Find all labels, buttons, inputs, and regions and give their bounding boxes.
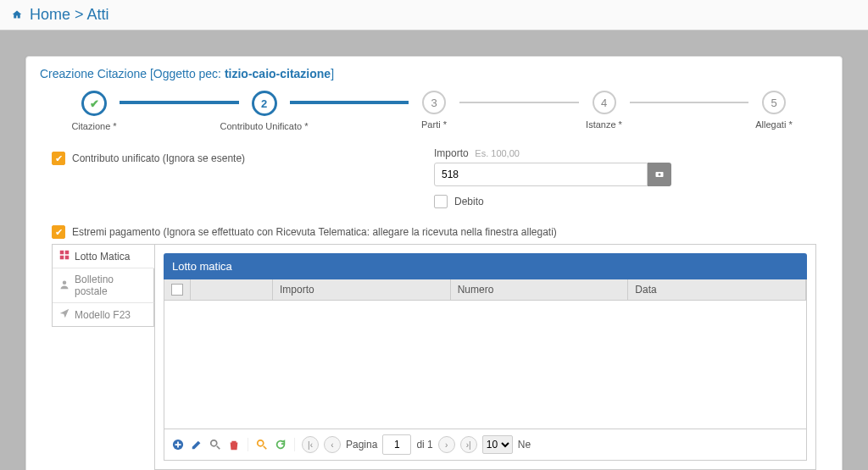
breadcrumb: Home > Atti	[0, 0, 868, 30]
pager-no-records: Ne	[518, 439, 531, 451]
estremi-label: Estremi pagamento (Ignora se effettuato …	[72, 226, 557, 238]
grid-col-importo[interactable]: Importo	[273, 279, 451, 300]
contributo-label: Contributo unificato (Ignora se esente)	[72, 152, 245, 164]
add-icon[interactable]	[171, 438, 185, 451]
grid-header: Importo Numero Data	[164, 279, 807, 301]
grid-select-all-checkbox[interactable]	[164, 279, 191, 300]
pager-first-button[interactable]: |‹	[302, 436, 319, 453]
svg-rect-4	[60, 256, 64, 260]
step-contributo[interactable]: 2 Contributo Unificato *	[239, 91, 290, 131]
edit-icon[interactable]	[190, 438, 203, 451]
pager-prev-button[interactable]: ‹	[324, 436, 341, 453]
svg-point-6	[63, 280, 67, 285]
svg-rect-3	[65, 251, 70, 255]
svg-rect-5	[65, 256, 70, 260]
vertical-tabs: Lotto Matica Bolletino postale Modello F…	[52, 244, 154, 327]
tab-label: Bolletino postale	[75, 274, 147, 297]
step-label: Allegati *	[755, 119, 792, 130]
breadcrumb-sep: >	[75, 6, 84, 23]
svg-rect-2	[60, 251, 64, 255]
main-card: Creazione Citazione [Oggetto pec: tizio-…	[25, 56, 843, 470]
grid-body	[164, 301, 807, 429]
tab-modello-f23[interactable]: Modello F23	[53, 303, 154, 326]
step-istanze[interactable]: 4 Istanze *	[579, 91, 630, 130]
breadcrumb-current-link[interactable]: Atti	[87, 6, 109, 23]
search-icon[interactable]	[255, 438, 269, 451]
tab-label: Lotto Matica	[75, 251, 130, 263]
grid-col-data[interactable]: Data	[628, 279, 806, 300]
svg-point-9	[258, 440, 264, 446]
importo-label: Importo	[434, 147, 469, 159]
send-icon	[59, 308, 70, 321]
card-title: Creazione Citazione [Oggetto pec: tizio-…	[26, 57, 842, 91]
debito-checkbox[interactable]: ✔	[434, 195, 448, 208]
refresh-icon[interactable]	[274, 438, 287, 451]
svg-point-1	[659, 174, 661, 176]
check-icon: ✔	[81, 91, 107, 116]
step-label: Istanze *	[586, 119, 622, 130]
grid-col-blank	[191, 279, 273, 300]
step-allegati[interactable]: 5 Allegati *	[748, 91, 799, 130]
step-parti[interactable]: 3 Parti *	[409, 91, 459, 130]
currency-icon[interactable]	[648, 163, 671, 186]
step-label: Contributo Unificato *	[220, 121, 309, 131]
pager-size-select[interactable]: 10	[482, 435, 513, 454]
tab-label: Modello F23	[75, 309, 131, 321]
step-label: Citazione *	[71, 121, 116, 131]
tab-panel-lotto: Lotto matica Importo Numero Data	[154, 244, 816, 470]
pager-page-input[interactable]	[382, 434, 411, 455]
step-citazione[interactable]: ✔ Citazione *	[69, 91, 120, 131]
debito-label: Debito	[454, 196, 484, 207]
pager-page-label: Pagina	[346, 439, 377, 451]
grid-pager: |‹ ‹ Pagina di 1 › ›| 10 Ne	[164, 429, 807, 461]
dashboard-icon	[59, 250, 70, 263]
estremi-checkbox[interactable]: ✔	[52, 225, 65, 239]
stepper: ✔ Citazione * 2 Contributo Unificato * 3…	[26, 91, 842, 138]
importo-input[interactable]	[434, 163, 648, 186]
pager-of-label: di 1	[416, 439, 432, 451]
tab-bollettino[interactable]: Bolletino postale	[53, 268, 154, 303]
svg-point-8	[211, 440, 217, 446]
panel-title: Lotto matica	[164, 253, 807, 279]
step-label: Parti *	[421, 119, 447, 130]
tab-lotto-matica[interactable]: Lotto Matica	[53, 245, 154, 268]
importo-example: Es. 100,00	[475, 148, 520, 158]
pager-last-button[interactable]: ›|	[460, 436, 477, 453]
grid-col-numero[interactable]: Numero	[451, 279, 629, 300]
home-icon	[12, 6, 26, 23]
contributo-checkbox[interactable]: ✔	[52, 152, 65, 165]
breadcrumb-home-link[interactable]: Home	[30, 6, 70, 23]
pager-next-button[interactable]: ›	[438, 436, 455, 453]
view-icon[interactable]	[209, 438, 222, 451]
user-icon	[59, 279, 70, 292]
delete-icon[interactable]	[227, 438, 241, 451]
